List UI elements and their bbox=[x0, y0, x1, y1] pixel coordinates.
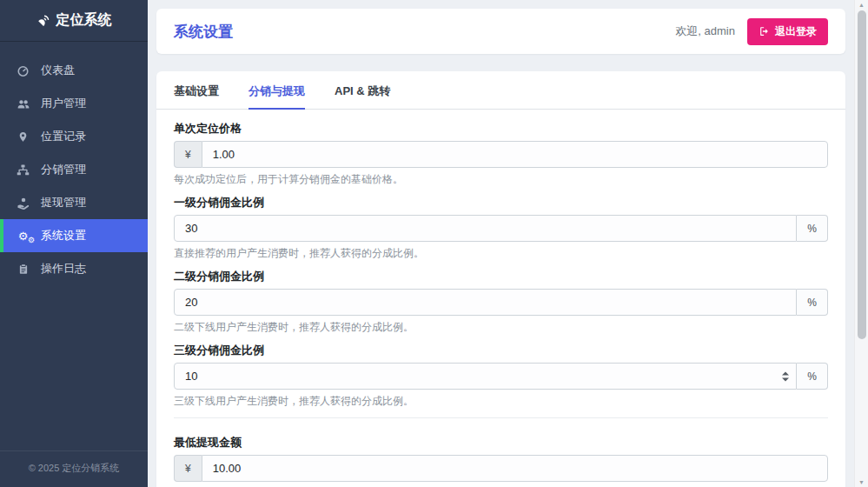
tab-distribution-withdrawal[interactable]: 分销与提现 bbox=[248, 83, 305, 109]
sidebar-item-dashboard[interactable]: 仪表盘 bbox=[0, 54, 148, 87]
sidebar-item-withdrawals[interactable]: 提现管理 bbox=[0, 186, 148, 219]
single-location-price-input[interactable] bbox=[202, 141, 828, 168]
sidebar-item-locations[interactable]: 位置记录 bbox=[0, 120, 148, 153]
field-help-text: 三级下线用户产生消费时，推荐人获得的分成比例。 bbox=[174, 395, 828, 407]
field-help-text: 每次成功定位后，用于计算分销佣金的基础价格。 bbox=[174, 173, 828, 185]
field-level3-commission: 三级分销佣金比例 % 三级下线用户产生消费时，推荐人获得的分成比例。 bbox=[174, 344, 828, 407]
percent-suffix: % bbox=[797, 363, 828, 390]
sidebar-item-settings[interactable]: ⚙⚙ 系统设置 bbox=[0, 219, 148, 252]
logout-button[interactable]: 退出登录 bbox=[747, 18, 828, 45]
settings-form: 单次定位价格 ¥ 每次成功定位后，用于计算分销佣金的基础价格。 一级分销佣金比例… bbox=[156, 110, 845, 487]
input-group: % bbox=[174, 215, 828, 242]
sidebar-item-users[interactable]: 用户管理 bbox=[0, 87, 148, 120]
sidebar-item-distribution[interactable]: 分销管理 bbox=[0, 153, 148, 186]
scrollbar-thumb[interactable] bbox=[858, 10, 866, 339]
clipboard-icon bbox=[16, 263, 30, 276]
field-label: 三级分销佣金比例 bbox=[174, 344, 828, 357]
currency-prefix: ¥ bbox=[174, 455, 202, 482]
sidebar-item-label: 操作日志 bbox=[41, 261, 86, 277]
vertical-scrollbar[interactable]: ▲ ▼ bbox=[854, 0, 868, 487]
sidebar: 定位系统 仪表盘 用户管理 bbox=[0, 0, 148, 487]
field-min-withdrawal: 最低提现金额 ¥ 用户申请提现时，允许的最低金额。 bbox=[174, 436, 828, 487]
number-stepper[interactable] bbox=[782, 371, 789, 381]
users-icon bbox=[16, 97, 30, 110]
header-right: 欢迎, admin 退出登录 bbox=[675, 18, 828, 45]
satellite-dish-icon bbox=[36, 14, 50, 28]
field-label: 最低提现金额 bbox=[174, 436, 828, 449]
welcome-text: 欢迎, admin bbox=[675, 23, 735, 39]
sidebar-item-label: 位置记录 bbox=[41, 129, 86, 144]
sidebar-item-logs[interactable]: 操作日志 bbox=[0, 252, 148, 285]
sidebar-item-label: 分销管理 bbox=[41, 162, 86, 177]
app-logo: 定位系统 bbox=[0, 0, 148, 42]
page-title: 系统设置 bbox=[174, 22, 233, 42]
field-label: 一级分销佣金比例 bbox=[174, 196, 828, 209]
tab-basic-settings[interactable]: 基础设置 bbox=[174, 83, 219, 109]
min-withdrawal-input[interactable] bbox=[202, 455, 828, 482]
stepper-down-icon[interactable] bbox=[782, 377, 789, 381]
percent-suffix: % bbox=[797, 215, 828, 242]
field-label: 二级分销佣金比例 bbox=[174, 270, 828, 283]
settings-tabs: 基础设置 分销与提现 API & 跳转 bbox=[156, 71, 845, 110]
settings-card: 基础设置 分销与提现 API & 跳转 单次定位价格 ¥ 每次成功定位后，用于计… bbox=[156, 71, 845, 487]
field-single-location-price: 单次定位价格 ¥ 每次成功定位后，用于计算分销佣金的基础价格。 bbox=[174, 122, 828, 185]
stepper-up-icon[interactable] bbox=[782, 371, 789, 375]
field-level1-commission: 一级分销佣金比例 % 直接推荐的用户产生消费时，推荐人获得的分成比例。 bbox=[174, 196, 828, 259]
tab-api-redirect[interactable]: API & 跳转 bbox=[335, 83, 390, 109]
section-divider bbox=[174, 417, 828, 418]
map-marker-icon bbox=[16, 130, 30, 143]
level2-commission-input[interactable] bbox=[174, 289, 797, 316]
sidebar-nav: 仪表盘 用户管理 位置记录 bbox=[0, 54, 148, 450]
app-title: 定位系统 bbox=[56, 11, 112, 30]
percent-suffix: % bbox=[797, 289, 828, 316]
input-group: ¥ bbox=[174, 141, 828, 168]
field-label: 单次定位价格 bbox=[174, 122, 828, 135]
gauge-icon bbox=[16, 64, 30, 77]
sidebar-item-label: 仪表盘 bbox=[41, 63, 75, 78]
level1-commission-input[interactable] bbox=[174, 215, 797, 242]
main-content: 系统设置 欢迎, admin 退出登录 基础设置 分销与提现 API & 跳转 bbox=[148, 0, 854, 487]
sitemap-icon bbox=[16, 163, 30, 177]
sidebar-item-label: 系统设置 bbox=[41, 228, 86, 244]
level3-commission-input[interactable] bbox=[174, 363, 797, 390]
sign-out-icon bbox=[759, 26, 770, 37]
cogs-icon: ⚙⚙ bbox=[16, 230, 30, 242]
input-group: ¥ bbox=[174, 455, 828, 482]
field-help-text: 直接推荐的用户产生消费时，推荐人获得的分成比例。 bbox=[174, 247, 828, 259]
logout-button-label: 退出登录 bbox=[775, 24, 817, 39]
sidebar-item-label: 用户管理 bbox=[41, 96, 86, 111]
currency-prefix: ¥ bbox=[174, 141, 202, 168]
scroll-up-icon[interactable]: ▲ bbox=[858, 2, 865, 8]
input-group: % bbox=[174, 289, 828, 316]
field-level2-commission: 二级分销佣金比例 % 二级下线用户产生消费时，推荐人获得的分成比例。 bbox=[174, 270, 828, 333]
page-header: 系统设置 欢迎, admin 退出登录 bbox=[156, 9, 845, 54]
input-group: % bbox=[174, 363, 828, 390]
sidebar-footer: © 2025 定位分销系统 bbox=[0, 450, 148, 487]
scroll-down-icon[interactable]: ▼ bbox=[858, 479, 865, 485]
hand-holding-coin-icon bbox=[16, 197, 30, 210]
sidebar-item-label: 提现管理 bbox=[41, 195, 86, 210]
field-help-text: 二级下线用户产生消费时，推荐人获得的分成比例。 bbox=[174, 321, 828, 333]
